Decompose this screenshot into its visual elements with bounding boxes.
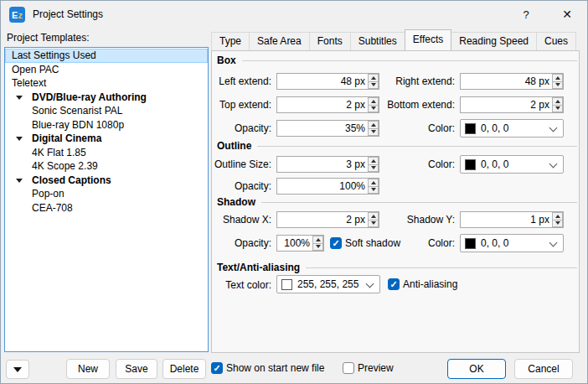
spin-down-icon[interactable] [552, 105, 563, 113]
spin-down-icon[interactable] [552, 81, 563, 90]
project-templates-list[interactable]: Last Settings Used Open PAC Teletext DVD… [4, 47, 209, 352]
chevron-down-icon [366, 281, 374, 288]
new-button[interactable]: New [66, 359, 110, 379]
spin-down-icon[interactable] [368, 220, 379, 228]
shadow-y-spinner[interactable]: 1 px [460, 211, 564, 228]
list-group-header[interactable]: DVD/Blue-ray Authoring [5, 91, 208, 105]
box-color-value: 0, 0, 0 [481, 122, 544, 134]
tab-cues[interactable]: Cues [536, 32, 576, 50]
left-extend-spinner[interactable]: 48 px [276, 73, 379, 90]
shadow-x-value[interactable]: 2 px [277, 212, 368, 227]
list-group-header[interactable]: Closed Captions [5, 174, 208, 188]
show-on-start-label: Show on start new file [226, 361, 324, 375]
list-item[interactable]: CEA-708 [5, 201, 208, 215]
list-item[interactable]: Open PAC [5, 63, 208, 77]
shadow-color-dropdown[interactable]: 0, 0, 0 [460, 234, 564, 252]
outline-opacity-spinner[interactable]: 100% [276, 178, 379, 195]
box-group-title: Box [217, 54, 236, 66]
outline-size-spinner[interactable]: 3 px [276, 156, 379, 173]
outline-size-value[interactable]: 3 px [277, 157, 368, 172]
shadow-opacity-value[interactable]: 100% [277, 236, 312, 251]
right-extend-value[interactable]: 48 px [461, 74, 552, 89]
tab-bar: Type Safe Area Fonts Subtitles Effects R… [211, 30, 575, 50]
shadow-color-value: 0, 0, 0 [481, 237, 544, 249]
box-opacity-value[interactable]: 35% [277, 121, 368, 136]
top-extend-value[interactable]: 2 px [277, 97, 368, 112]
shadow-x-spinner[interactable]: 2 px [276, 211, 379, 228]
outline-color-dropdown[interactable]: 0, 0, 0 [460, 155, 564, 174]
color-swatch [465, 123, 476, 134]
list-item[interactable]: Pop-on [5, 187, 208, 201]
chevron-down-icon [549, 240, 557, 247]
list-item[interactable]: 4K Flat 1.85 [5, 146, 208, 160]
show-on-start-checkbox[interactable] [211, 362, 223, 374]
box-opacity-spinner[interactable]: 35% [276, 120, 379, 137]
shadow-color-label: Color: [382, 235, 455, 252]
spin-buttons [368, 157, 379, 172]
list-item[interactable]: Sonic Scenarist PAL [5, 104, 208, 118]
tab-subtitles[interactable]: Subtitles [350, 32, 405, 50]
ok-button[interactable]: OK [447, 359, 506, 379]
tab-effects[interactable]: Effects [405, 29, 451, 50]
list-item-label: 4K Scope 2.39 [32, 160, 98, 172]
collapse-arrow-icon[interactable] [16, 179, 23, 183]
tab-type[interactable]: Type [211, 32, 250, 50]
spin-buttons [552, 74, 563, 89]
top-extend-label: Top extend: [202, 96, 271, 113]
left-extend-label: Left extend: [202, 73, 271, 90]
tab-safe-area[interactable]: Safe Area [249, 32, 310, 50]
list-item[interactable]: Teletext [5, 76, 208, 91]
spin-down-icon[interactable] [552, 220, 563, 228]
list-item[interactable]: Last Settings Used [5, 49, 208, 63]
shadow-y-value[interactable]: 1 px [461, 212, 552, 227]
list-group-header[interactable]: Digital Cinema [5, 132, 208, 146]
list-item-label: Pop-on [32, 188, 64, 200]
text-color-dropdown[interactable]: 255, 255, 255 [276, 275, 380, 293]
box-color-dropdown[interactable]: 0, 0, 0 [460, 119, 564, 138]
spin-buttons [368, 212, 379, 227]
spin-buttons [368, 97, 379, 112]
preview-checkbox[interactable] [343, 362, 354, 374]
text-antialiasing-group-title: Text/Anti-aliasing [217, 262, 300, 273]
anti-aliasing-checkbox[interactable] [388, 278, 400, 290]
save-button[interactable]: Save [116, 359, 157, 379]
shadow-opacity-label: Opacity: [202, 235, 271, 252]
spin-down-icon[interactable] [368, 81, 379, 90]
bottom-extend-spinner[interactable]: 2 px [460, 96, 564, 113]
outline-group-header: Outline [217, 140, 577, 152]
window-title: Project Settings [33, 8, 103, 20]
top-extend-spinner[interactable]: 2 px [276, 96, 379, 113]
shadow-opacity-spinner[interactable]: 100% [276, 235, 324, 252]
help-button[interactable]: ? [508, 1, 544, 28]
list-item[interactable]: Blue-ray BDN 1080p [5, 118, 208, 132]
bottom-extend-value[interactable]: 2 px [461, 97, 552, 112]
list-item[interactable]: 4K Scope 2.39 [5, 159, 208, 174]
group-divider [257, 146, 577, 147]
title-bar[interactable]: Ez Project Settings ? ✕ [1, 1, 587, 28]
app-icon-letter-z: z [18, 10, 23, 20]
right-extend-label: Right extend: [382, 73, 455, 90]
spin-down-icon[interactable] [368, 186, 379, 195]
bottom-extend-label: Bottom extend: [382, 96, 455, 113]
spin-down-icon[interactable] [368, 164, 379, 173]
spin-down-icon[interactable] [368, 128, 379, 137]
spin-down-icon[interactable] [368, 105, 379, 113]
spin-buttons [368, 179, 379, 194]
delete-button[interactable]: Delete [162, 359, 206, 379]
text-color-value: 255, 255, 255 [297, 278, 361, 290]
box-opacity-label: Opacity: [202, 120, 271, 137]
soft-shadow-checkbox[interactable] [330, 237, 342, 249]
collapse-arrow-icon[interactable] [16, 137, 23, 141]
templates-menu-button[interactable] [6, 360, 29, 379]
outline-opacity-label: Opacity: [202, 178, 271, 195]
collapse-arrow-icon[interactable] [16, 96, 23, 100]
tab-reading-speed[interactable]: Reading Speed [451, 32, 537, 50]
close-button[interactable]: ✕ [547, 1, 587, 28]
outline-opacity-value[interactable]: 100% [277, 179, 368, 194]
right-extend-spinner[interactable]: 48 px [460, 73, 564, 90]
left-extend-value[interactable]: 48 px [277, 74, 368, 89]
spin-down-icon[interactable] [312, 243, 323, 252]
group-divider [242, 60, 577, 61]
cancel-button[interactable]: Cancel [514, 359, 573, 379]
tab-fonts[interactable]: Fonts [309, 32, 351, 50]
